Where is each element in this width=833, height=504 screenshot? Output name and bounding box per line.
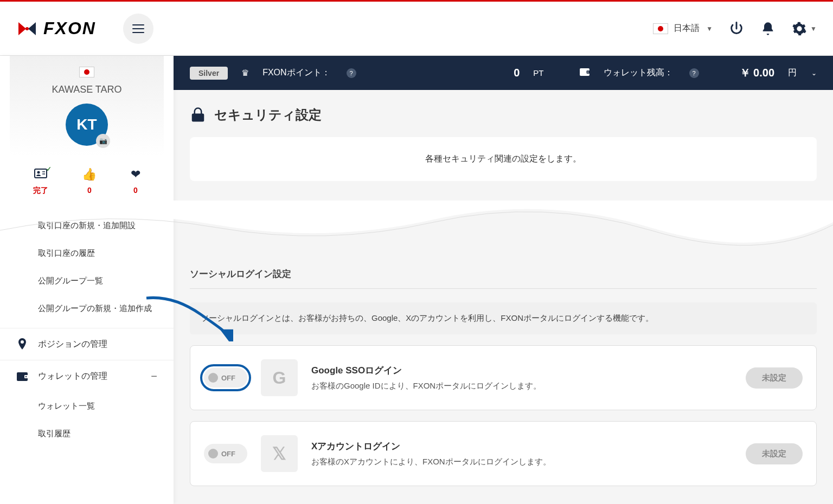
stat-likes[interactable]: 👍 0 [82, 167, 97, 196]
login-settings-heading-text: ログインに伴う設定 [190, 200, 320, 219]
sidebar-item-transaction-history[interactable]: 取引履歴 [0, 420, 174, 448]
help-icon[interactable]: ? [347, 68, 356, 78]
stat-favorites[interactable]: ❤ 0 [131, 167, 140, 196]
google-sso-desc: お客様のGoogle IDにより、FXONポータルにログインします。 [311, 381, 732, 391]
settings-menu[interactable]: ▼ [792, 21, 817, 36]
social-login-description: ソーシャルログインとは、お客様がお持ちの、Google、Xのアカウントを利用し、… [190, 302, 817, 334]
status-bar: Silver ♛ FXONポイント： ? 0 PT ウォレット残高： ? ￥ 0… [174, 56, 833, 90]
stat-likes-value: 0 [82, 186, 97, 195]
sidebar-section-wallet[interactable]: ウォレットの管理 − [0, 360, 174, 392]
sso-x-card: OFF 𝕏 Xアカウントログイン お客様のXアカウントにより、FXONポータルに… [190, 421, 817, 486]
japan-flag-icon [653, 23, 668, 34]
toggle-label: OFF [221, 374, 235, 382]
toggle-knob [208, 449, 218, 458]
sidebar-section-position-label: ポジションの管理 [38, 339, 107, 350]
points-label: FXONポイント： [262, 67, 330, 79]
toggle-knob [208, 373, 218, 383]
tier-badge: Silver [190, 67, 228, 80]
svg-rect-1 [35, 169, 47, 178]
google-sso-status: 未設定 [746, 367, 803, 389]
toggle-label: OFF [221, 450, 235, 458]
pin-icon [16, 338, 28, 350]
wallet-icon [579, 68, 590, 79]
stat-verified[interactable]: 完了 [33, 167, 48, 196]
sidebar-section-wallet-label: ウォレットの管理 [38, 371, 107, 382]
intro-box: 各種セキュリティ関連の設定をします。 [190, 137, 817, 181]
sidebar-item-wallet-list[interactable]: ウォレット一覧 [0, 392, 174, 420]
id-card-icon [33, 167, 48, 182]
collapse-icon: − [151, 370, 157, 383]
gear-icon [792, 21, 807, 36]
google-sso-toggle[interactable]: OFF [204, 368, 247, 387]
help-icon[interactable]: ? [689, 68, 699, 78]
wallet-icon [16, 371, 28, 383]
x-sso-desc: お客様のXアカウントにより、FXONポータルにログインします。 [311, 457, 732, 467]
svg-point-10 [587, 71, 588, 72]
wallet-unit: 円 [788, 67, 797, 79]
chevron-down-icon: ▼ [810, 25, 817, 33]
help-icon[interactable]: ? [325, 205, 335, 215]
sidebar-profile: KAWASE TARO KT 📷 [10, 56, 164, 157]
hamburger-icon [132, 24, 144, 33]
language-label: 日本語 [674, 23, 700, 34]
sidebar-section-position[interactable]: ポジションの管理 [0, 328, 174, 360]
sidebar-item-new-group[interactable]: 公開グループの新規・追加作成 [0, 295, 174, 322]
google-logo-icon: G [261, 359, 298, 396]
brand-logo[interactable]: FXON [16, 18, 96, 40]
sidebar-item-account-history[interactable]: 取引口座の履歴 [0, 240, 174, 267]
crown-icon: ♛ [241, 68, 249, 78]
points-value: 0 [514, 67, 520, 79]
page-title: セキュリティ設定 [190, 106, 817, 124]
menu-toggle-button[interactable] [123, 14, 153, 44]
user-name: KAWASE TARO [10, 84, 164, 95]
login-settings-heading: ログインに伴う設定 ? [190, 200, 817, 219]
x-sso-toggle[interactable]: OFF [204, 444, 247, 463]
x-sso-name: Xアカウントログイン [311, 440, 732, 453]
logo-icon [16, 18, 38, 40]
sidebar-item-new-account[interactable]: 取引口座の新規・追加開設 [0, 212, 174, 240]
bell-icon[interactable] [760, 21, 776, 36]
chevron-down-icon[interactable]: ⌄ [811, 69, 817, 77]
social-login-heading: ソーシャルログイン設定 [190, 268, 817, 289]
brand-text: FXON [43, 18, 96, 38]
thumbs-up-icon: 👍 [82, 167, 97, 182]
svg-point-0 [25, 27, 29, 30]
stat-favorites-value: 0 [131, 186, 140, 195]
points-unit: PT [533, 68, 543, 77]
heart-icon: ❤ [131, 167, 140, 182]
google-sso-name: Google SSOログイン [311, 364, 732, 377]
header: FXON 日本語 ▼ ▼ [0, 2, 833, 56]
wallet-label: ウォレット残高： [604, 67, 673, 79]
profile-stats: 完了 👍 0 ❤ 0 [0, 157, 174, 206]
lock-icon [190, 107, 206, 123]
main-content: Silver ♛ FXONポイント： ? 0 PT ウォレット残高： ? ￥ 0… [174, 56, 833, 504]
sidebar-item-group-list[interactable]: 公開グループ一覧 [0, 267, 174, 295]
user-flag-icon [79, 67, 94, 77]
power-icon[interactable] [729, 21, 744, 36]
page-title-text: セキュリティ設定 [214, 106, 322, 124]
camera-icon[interactable]: 📷 [96, 134, 110, 148]
sidebar: KAWASE TARO KT 📷 完了 👍 0 ❤ 0 取引 [0, 56, 174, 504]
svg-point-2 [37, 171, 40, 174]
language-selector[interactable]: 日本語 ▼ [653, 23, 713, 34]
wallet-value: ￥ 0.00 [740, 66, 774, 80]
chevron-down-icon: ▼ [706, 25, 713, 33]
sso-google-card: OFF G Google SSOログイン お客様のGoogle IDにより、FX… [190, 345, 817, 410]
x-logo-icon: 𝕏 [261, 435, 298, 472]
svg-point-7 [25, 376, 27, 377]
x-sso-status: 未設定 [746, 443, 803, 464]
stat-verified-label: 完了 [33, 186, 48, 196]
